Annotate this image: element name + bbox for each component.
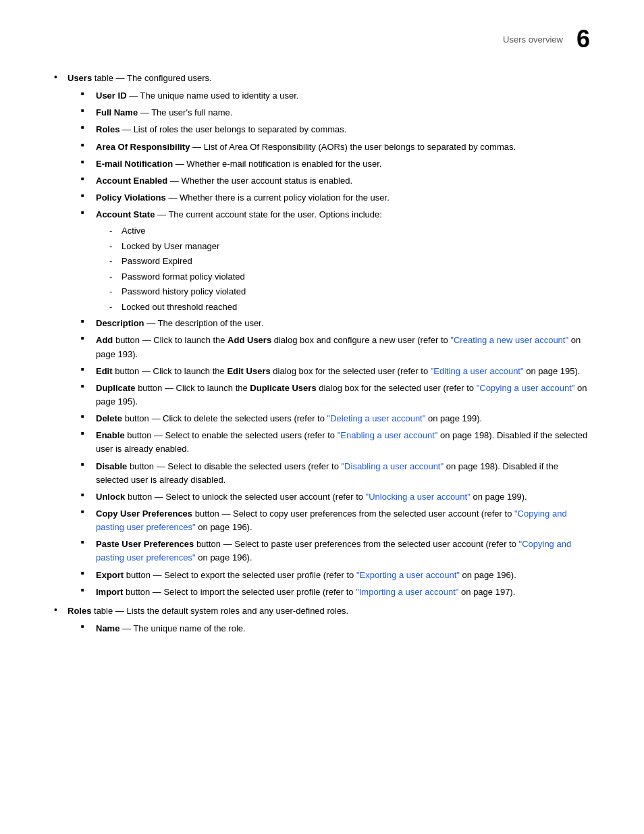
field-email-desc: — Whether e-mail notification is enabled…: [176, 159, 382, 169]
page-container: Users overview 6 Users table — The confi…: [0, 0, 644, 834]
roles-fields-list: Name — The unique name of the role.: [81, 622, 590, 635]
button-copy-prefs-label: Copy User Preferences: [96, 509, 192, 519]
account-state-options: Active Locked by User manager Password E…: [109, 224, 590, 313]
button-import-label: Import: [96, 587, 123, 597]
button-disable-label: Disable: [96, 461, 127, 471]
field-full-name-label: Full Name: [96, 107, 138, 118]
button-disable-desc: button — Select to disable the selected …: [96, 461, 558, 485]
link-disabling-user[interactable]: "Disabling a user account": [342, 461, 444, 471]
button-export-desc: button — Select to export the selected u…: [126, 570, 516, 580]
link-deleting-user[interactable]: "Deleting a user account": [327, 413, 426, 423]
field-account-state-desc: — The current account state for the user…: [157, 209, 382, 219]
button-import: Import button — Select to import the sel…: [81, 585, 590, 599]
field-description-label: Description: [96, 318, 144, 328]
field-aor-desc: — List of Area Of Responsibility (AORs) …: [192, 142, 516, 152]
link-creating-user[interactable]: "Creating a new user account": [450, 335, 568, 345]
button-paste-prefs-label: Paste User Preferences: [96, 539, 194, 549]
button-edit-label: Edit: [96, 366, 113, 376]
field-aor-label: Area Of Responsibility: [96, 142, 190, 152]
button-unlock-desc: button — Select to unlock the selected u…: [128, 492, 527, 502]
users-table-item: Users table — The configured users. User…: [54, 72, 590, 599]
button-duplicate-desc: button — Click to launch the Duplicate U…: [96, 383, 587, 407]
button-add-desc: button — Click to launch the Add Users d…: [96, 335, 581, 359]
field-role-name-desc: — The unique name of the role.: [122, 623, 246, 633]
button-export: Export button — Select to export the sel…: [81, 569, 590, 582]
button-delete-desc: button — Click to delete the selected us…: [125, 413, 483, 423]
field-account-enabled-label: Account Enabled: [96, 176, 167, 186]
button-unlock-label: Unlock: [96, 492, 125, 502]
button-delete-label: Delete: [96, 413, 122, 423]
field-account-state-label: Account State: [96, 209, 155, 219]
button-unlock: Unlock button — Select to unlock the sel…: [81, 490, 590, 504]
field-account-enabled: Account Enabled — Whether the user accou…: [81, 174, 590, 188]
users-table-label: Users: [68, 73, 92, 83]
button-copy-prefs: Copy User Preferences button — Select to…: [81, 507, 590, 534]
field-role-name: Name — The unique name of the role.: [81, 622, 590, 635]
state-password-format: Password format policy violated: [109, 270, 590, 284]
field-full-name-desc: — The user's full name.: [140, 107, 233, 118]
field-policy-violations: Policy Violations — Whether there is a c…: [81, 191, 590, 205]
header-right: Users overview 6: [503, 27, 590, 51]
users-table-intro: Users table — The configured users.: [68, 73, 212, 83]
field-description-desc: — The description of the user.: [146, 318, 263, 328]
field-role-name-label: Name: [96, 623, 119, 633]
link-unlocking-user[interactable]: "Unlocking a user account": [366, 492, 471, 502]
button-delete: Delete button — Click to delete the sele…: [81, 412, 590, 425]
roles-table-label: Roles: [68, 606, 91, 616]
field-description: Description — The description of the use…: [81, 317, 590, 330]
roles-table-intro: Roles table — Lists the default system r…: [68, 606, 348, 616]
field-full-name: Full Name — The user's full name.: [81, 106, 590, 120]
link-editing-user[interactable]: "Editing a user account": [431, 366, 524, 376]
page-header: Users overview 6: [54, 27, 590, 51]
button-edit: Edit button — Click to launch the Edit U…: [81, 365, 590, 378]
field-roles-label: Roles: [96, 124, 119, 134]
section-title: Users overview: [503, 34, 563, 45]
button-disable: Disable button — Select to disable the s…: [81, 460, 590, 487]
field-user-id: User ID — The unique name used to identi…: [81, 89, 590, 103]
button-enable-desc: button — Select to enable the selected u…: [96, 430, 587, 454]
field-user-id-label: User ID: [96, 90, 127, 101]
field-user-id-desc: — The unique name used to identity a use…: [129, 90, 298, 101]
field-roles: Roles — List of roles the user belongs t…: [81, 123, 590, 136]
button-duplicate: Duplicate button — Click to launch the D…: [81, 382, 590, 409]
fields-list: User ID — The unique name used to identi…: [81, 89, 590, 599]
field-account-enabled-desc: — Whether the user account status is ena…: [170, 176, 352, 186]
main-content: Users table — The configured users. User…: [54, 72, 590, 635]
state-password-expired: Password Expired: [109, 255, 590, 268]
button-add: Add button — Click to launch the Add Use…: [81, 334, 590, 361]
field-policy-violations-label: Policy Violations: [96, 192, 166, 203]
roles-table-item: Roles table — Lists the default system r…: [54, 604, 590, 635]
button-enable: Enable button — Select to enable the sel…: [81, 429, 590, 456]
link-exporting-user[interactable]: "Exporting a user account": [356, 570, 460, 580]
button-edit-desc: button — Click to launch the Edit Users …: [115, 366, 580, 376]
users-table-description: table — The configured users.: [95, 73, 212, 83]
page-number: 6: [576, 27, 590, 51]
state-password-history: Password history policy violated: [109, 285, 590, 298]
button-add-label: Add: [96, 335, 113, 345]
field-policy-violations-desc: — Whether there is a current policy viol…: [168, 192, 389, 203]
field-roles-desc: — List of roles the user belongs to sepa…: [122, 124, 346, 134]
roles-table-description: table — Lists the default system roles a…: [94, 606, 348, 616]
link-importing-user[interactable]: "Importing a user account": [356, 587, 458, 597]
link-copying-user[interactable]: "Copying a user account": [477, 383, 575, 393]
field-aor: Area Of Responsibility — List of Area Of…: [81, 140, 590, 154]
button-duplicate-label: Duplicate: [96, 383, 136, 393]
state-active: Active: [109, 224, 590, 238]
field-email-label: E-mail Notification: [96, 159, 173, 169]
main-list: Users table — The configured users. User…: [54, 72, 590, 635]
field-account-state: Account State — The current account stat…: [81, 208, 590, 313]
button-enable-label: Enable: [96, 430, 125, 440]
link-enabling-user[interactable]: "Enabling a user account": [338, 430, 438, 440]
button-export-label: Export: [96, 570, 124, 580]
button-paste-prefs: Paste User Preferences button — Select t…: [81, 538, 590, 565]
button-import-desc: button — Select to import the selected u…: [126, 587, 515, 597]
state-locked-user-manager: Locked by User manager: [109, 240, 590, 253]
field-email: E-mail Notification — Whether e-mail not…: [81, 157, 590, 171]
state-locked-threshold: Locked out threshold reached: [109, 301, 590, 314]
